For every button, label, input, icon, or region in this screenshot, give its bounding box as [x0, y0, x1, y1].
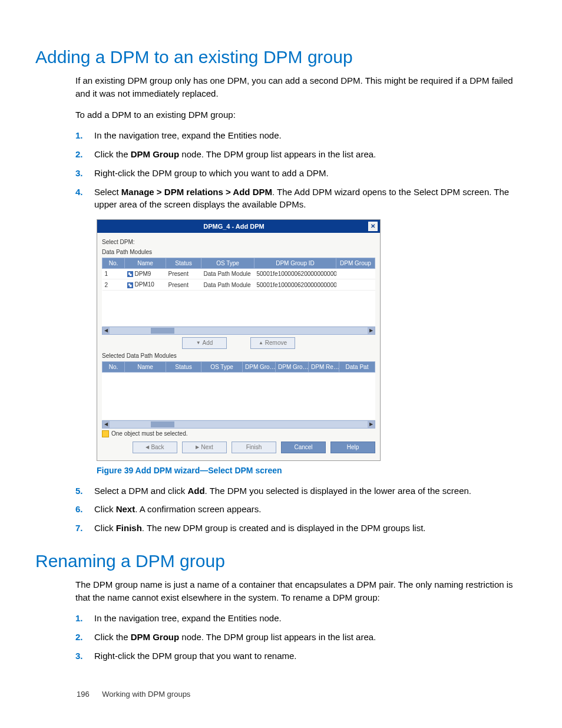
warning-icon [102, 430, 109, 437]
intro-paragraph: The DPM group name is just a name of a c… [75, 578, 527, 604]
col-status[interactable]: Status [166, 361, 201, 372]
col-groupid[interactable]: DPM Group ID [254, 258, 336, 269]
upper-table-label: Data Path Modules [102, 249, 375, 255]
col-name[interactable]: Name [125, 258, 166, 269]
warning-message: One object must be selected. [102, 429, 375, 439]
help-button[interactable]: Help [330, 442, 375, 453]
col-group[interactable]: DPM Group [336, 258, 375, 269]
step-text: Select a DPM and click Add. The DPM you … [94, 485, 471, 498]
module-icon [127, 271, 133, 277]
steps-list-rename: 1.In the navigation tree, expand the Ent… [75, 612, 527, 662]
col-no[interactable]: No. [103, 361, 125, 372]
dialog-title-text: DPMG_4 - Add DPM [100, 223, 368, 230]
arrow-right-icon: ▶ [196, 444, 199, 450]
step-number: 4. [75, 186, 94, 199]
section-heading-rename: Renaming a DPM group [35, 551, 527, 571]
chapter-title: Working with DPM groups [102, 690, 190, 699]
col-ostype[interactable]: OS Type [201, 361, 243, 372]
back-button[interactable]: ◀Back [133, 442, 177, 453]
finish-button[interactable]: Finish [232, 442, 276, 453]
steps-list-add-cont: 5.Select a DPM and click Add. The DPM yo… [75, 485, 527, 535]
col-name[interactable]: Name [125, 361, 166, 372]
scroll-left-icon[interactable]: ◀ [103, 327, 110, 334]
step-text: Click the DPM Group node. The DPM group … [94, 148, 376, 161]
col-g2[interactable]: DPM Gro… [276, 361, 309, 372]
step-number: 6. [75, 503, 94, 516]
lead-paragraph: To add a DPM to an existing DPM group: [75, 108, 527, 121]
page-number: 196 [77, 690, 90, 699]
col-g1[interactable]: DPM Gro… [243, 361, 276, 372]
intro-paragraph: If an existing DPM group only has one DP… [75, 74, 527, 100]
step-text: In the navigation tree, expand the Entit… [94, 129, 282, 142]
available-dpm-table[interactable]: No. Name Status OS Type DPM Group ID DPM… [102, 258, 375, 327]
selected-dpm-table[interactable]: No. Name Status OS Type DPM Gro… DPM Gro… [102, 361, 375, 420]
step-number: 7. [75, 522, 94, 535]
step-number: 2. [75, 631, 94, 644]
step-text: Click Finish. The new DPM group is creat… [94, 522, 425, 535]
step-text: Select Manage > DPM relations > Add DPM.… [94, 186, 527, 212]
scroll-right-icon[interactable]: ▶ [368, 421, 375, 428]
page-footer: 196 Working with DPM groups [77, 690, 190, 699]
section-heading-add-dpm: Adding a DPM to an existing DPM group [35, 47, 527, 67]
add-dpm-dialog: DPMG_4 - Add DPM ✕ Select DPM: Data Path… [97, 219, 381, 461]
arrow-left-icon: ◀ [146, 444, 149, 450]
step-text: In the navigation tree, expand the Entit… [94, 612, 282, 625]
step-text: Click Next. A confirmation screen appear… [94, 503, 261, 516]
remove-button[interactable]: ▲Remove [250, 337, 295, 349]
scroll-right-icon[interactable]: ▶ [368, 327, 375, 334]
horizontal-scrollbar[interactable]: ◀ ▶ [102, 420, 375, 429]
step-number: 2. [75, 148, 94, 161]
table-row[interactable]: 1 DPM9 Present Data Path Module 50001fe1… [103, 269, 375, 279]
table-row[interactable]: 2 DPM10 Present Data Path Module 50001fe… [103, 279, 375, 290]
step-text: Right-click the DPM group to which you w… [94, 167, 329, 180]
lower-table-label: Selected Data Path Modules [102, 353, 375, 359]
dialog-titlebar: DPMG_4 - Add DPM ✕ [97, 220, 380, 233]
add-button[interactable]: ▼Add [182, 337, 227, 349]
col-d[interactable]: Data Pat [339, 361, 375, 372]
step-number: 3. [75, 167, 94, 180]
step-number: 5. [75, 485, 94, 498]
cancel-button[interactable]: Cancel [281, 442, 326, 453]
arrow-up-icon: ▲ [259, 340, 263, 345]
step-text: Click the DPM Group node. The DPM group … [94, 631, 376, 644]
steps-list-add: 1.In the navigation tree, expand the Ent… [75, 129, 527, 211]
col-ostype[interactable]: OS Type [201, 258, 254, 269]
step-number: 3. [75, 650, 94, 663]
module-icon [127, 282, 133, 288]
select-dpm-label: Select DPM: [102, 239, 375, 245]
step-number: 1. [75, 129, 94, 142]
step-text: Right-click the DPM group that you want … [94, 650, 297, 663]
col-r[interactable]: DPM Re… [309, 361, 339, 372]
col-no[interactable]: No. [103, 258, 125, 269]
scroll-left-icon[interactable]: ◀ [103, 421, 110, 428]
arrow-down-icon: ▼ [196, 340, 201, 345]
step-number: 1. [75, 612, 94, 625]
horizontal-scrollbar[interactable]: ◀ ▶ [102, 327, 375, 335]
next-button[interactable]: ▶Next [182, 442, 227, 453]
col-status[interactable]: Status [166, 258, 201, 269]
figure-caption: Figure 39 Add DPM wizard—Select DPM scre… [97, 466, 527, 475]
close-icon[interactable]: ✕ [368, 222, 378, 231]
